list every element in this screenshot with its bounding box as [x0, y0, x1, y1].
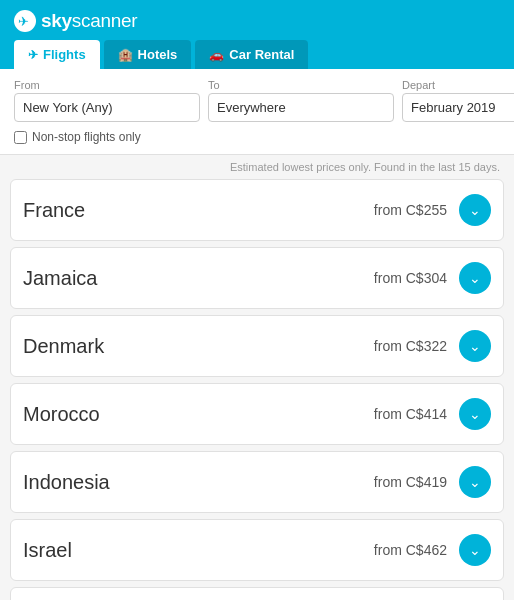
expand-button[interactable]: ⌄ [459, 466, 491, 498]
logo-text: skyscanner [41, 10, 137, 32]
chevron-down-icon: ⌄ [469, 202, 481, 218]
from-label: From [14, 79, 200, 91]
result-card[interactable]: France from C$255 ⌄ [10, 179, 504, 241]
depart-input[interactable] [402, 93, 514, 122]
from-field-group: From [14, 79, 200, 122]
tab-car-rental-label: Car Rental [229, 47, 294, 62]
expand-button[interactable]: ⌄ [459, 262, 491, 294]
expand-button[interactable]: ⌄ [459, 398, 491, 430]
destination-price: from C$322 [374, 338, 447, 354]
expand-button[interactable]: ⌄ [459, 534, 491, 566]
nonstop-label[interactable]: Non-stop flights only [32, 130, 141, 144]
to-field-group: To [208, 79, 394, 122]
from-input[interactable] [14, 93, 200, 122]
result-card[interactable]: Norway from C$471 ⌄ [10, 587, 504, 600]
expand-button[interactable]: ⌄ [459, 194, 491, 226]
result-card[interactable]: Israel from C$462 ⌄ [10, 519, 504, 581]
destination-name: Jamaica [23, 267, 374, 290]
destination-price: from C$304 [374, 270, 447, 286]
destination-name: Israel [23, 539, 374, 562]
chevron-down-icon: ⌄ [469, 338, 481, 354]
tab-bar: ✈ Flights 🏨 Hotels 🚗 Car Rental [14, 40, 500, 69]
tab-hotels-label: Hotels [138, 47, 178, 62]
destination-price: from C$419 [374, 474, 447, 490]
header: ✈ skyscanner ✈ Flights 🏨 Hotels 🚗 Car Re… [0, 0, 514, 69]
destination-price: from C$462 [374, 542, 447, 558]
destination-name: Denmark [23, 335, 374, 358]
search-row-main: From To Depart Return [14, 79, 500, 122]
destination-name: Morocco [23, 403, 374, 426]
to-input[interactable] [208, 93, 394, 122]
tab-flights[interactable]: ✈ Flights [14, 40, 100, 69]
result-card[interactable]: Morocco from C$414 ⌄ [10, 383, 504, 445]
car-icon: 🚗 [209, 48, 224, 62]
result-card[interactable]: Indonesia from C$419 ⌄ [10, 451, 504, 513]
chevron-down-icon: ⌄ [469, 542, 481, 558]
logo-area: ✈ skyscanner [14, 10, 500, 32]
flights-icon: ✈ [28, 48, 38, 62]
nonstop-row: Non-stop flights only [14, 130, 500, 144]
svg-text:✈: ✈ [18, 14, 29, 29]
tab-hotels[interactable]: 🏨 Hotels [104, 40, 192, 69]
results-list: France from C$255 ⌄ Jamaica from C$304 ⌄… [0, 175, 514, 600]
skyscanner-logo-icon: ✈ [14, 10, 36, 32]
chevron-down-icon: ⌄ [469, 406, 481, 422]
destination-name: Indonesia [23, 471, 374, 494]
depart-label: Depart [402, 79, 514, 91]
hotels-icon: 🏨 [118, 48, 133, 62]
nonstop-checkbox[interactable] [14, 131, 27, 144]
disclaimer: Estimated lowest prices only. Found in t… [0, 155, 514, 175]
search-form: From To Depart Return Non-stop flights o… [0, 69, 514, 155]
to-label: To [208, 79, 394, 91]
tab-car-rental[interactable]: 🚗 Car Rental [195, 40, 308, 69]
expand-button[interactable]: ⌄ [459, 330, 491, 362]
destination-price: from C$414 [374, 406, 447, 422]
depart-field-group: Depart [402, 79, 514, 122]
chevron-down-icon: ⌄ [469, 270, 481, 286]
result-card[interactable]: Denmark from C$322 ⌄ [10, 315, 504, 377]
chevron-down-icon: ⌄ [469, 474, 481, 490]
tab-flights-label: Flights [43, 47, 86, 62]
result-card[interactable]: Jamaica from C$304 ⌄ [10, 247, 504, 309]
destination-price: from C$255 [374, 202, 447, 218]
destination-name: France [23, 199, 374, 222]
